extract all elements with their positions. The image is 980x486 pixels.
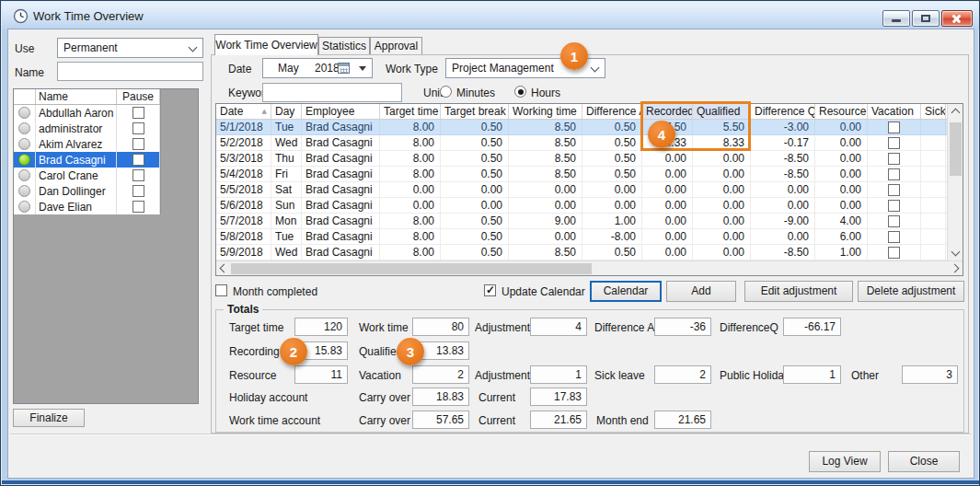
grid-cell: Sun xyxy=(271,198,302,213)
column-header-vacation[interactable]: Vacation xyxy=(868,104,921,119)
employee-row[interactable]: Brad Casagni xyxy=(14,152,160,168)
tab-statistics[interactable]: Statistics xyxy=(318,37,370,55)
pause-checkbox[interactable] xyxy=(133,169,144,181)
pause-checkbox[interactable] xyxy=(133,107,144,119)
employee-name: Carol Crane xyxy=(36,168,117,183)
grid-horizontal-scrollbar[interactable] xyxy=(216,260,963,275)
column-header-difference-a[interactable]: Difference A xyxy=(582,104,642,119)
resource-label: Resource xyxy=(229,369,276,382)
employee-row[interactable]: administrator xyxy=(14,121,160,136)
scroll-right-icon[interactable] xyxy=(951,264,960,273)
employee-row[interactable]: Akim Alvarez xyxy=(14,136,160,152)
vacation-checkbox[interactable] xyxy=(888,122,900,133)
pause-checkbox[interactable] xyxy=(133,154,144,166)
employee-status-cell xyxy=(14,152,36,168)
grid-cell: 0.00 xyxy=(642,229,693,244)
maximize-button[interactable] xyxy=(912,10,940,27)
keyword-input[interactable] xyxy=(262,83,402,102)
wta-current-field: 21.65 xyxy=(530,411,587,429)
table-row[interactable]: 5/5/2018SatBrad Casagni0.000.000.000.000… xyxy=(216,182,947,198)
column-header-resource[interactable]: Resource xyxy=(815,104,868,119)
vacation-cell xyxy=(868,151,921,166)
pause-checkbox[interactable] xyxy=(133,138,144,150)
table-row[interactable]: 5/8/2018TueBrad Casagni8.000.500.00-8.00… xyxy=(216,229,947,245)
employee-row[interactable]: Dan Dollinger xyxy=(14,183,160,199)
scroll-up-icon[interactable] xyxy=(951,109,961,118)
tab-approval[interactable]: Approval xyxy=(370,37,422,55)
employee-name: administrator xyxy=(36,121,117,136)
vacation-checkbox[interactable] xyxy=(888,231,900,243)
column-header-employee[interactable]: Employee xyxy=(302,104,380,119)
column-header-target-break[interactable]: Target break xyxy=(441,104,509,119)
column-header-label: Vacation xyxy=(871,105,914,118)
grid-cell: 0.50 xyxy=(441,245,509,260)
log-view-button[interactable]: Log View xyxy=(809,451,881,472)
vacation-checkbox[interactable] xyxy=(888,200,900,212)
grid-cell: 0.50 xyxy=(441,167,509,181)
grid-main: Date▲DayEmployeeTarget timeTarget breakW… xyxy=(216,104,947,260)
pause-cell xyxy=(117,136,160,152)
employee-row[interactable]: Dave Elian xyxy=(14,199,160,214)
add-button[interactable]: Add xyxy=(666,281,736,302)
table-row[interactable]: 5/1/2018TueBrad Casagni8.000.508.500.507… xyxy=(216,120,947,135)
column-header-day[interactable]: Day xyxy=(271,104,302,119)
use-combobox[interactable]: Permanent xyxy=(57,38,203,58)
name-input[interactable] xyxy=(57,62,203,81)
unit-hours-label: Hours xyxy=(531,87,560,99)
close-window-button[interactable] xyxy=(941,10,973,27)
finalize-button[interactable]: Finalize xyxy=(13,409,85,427)
column-header-target-time[interactable]: Target time xyxy=(380,104,441,119)
vacation-checkbox[interactable] xyxy=(888,168,900,180)
name-column-header[interactable]: Name xyxy=(36,89,117,104)
grid-cell: 0.00 xyxy=(380,198,441,213)
close-button[interactable]: Close xyxy=(888,451,960,472)
column-header-difference-q[interactable]: Difference Q xyxy=(751,104,815,119)
pause-checkbox[interactable] xyxy=(133,185,144,197)
column-header-sick[interactable]: Sick xyxy=(921,104,946,119)
table-row[interactable]: 5/7/2018MonBrad Casagni8.000.509.001.000… xyxy=(216,214,947,229)
table-row[interactable]: 5/4/2018FriBrad Casagni8.000.508.500.500… xyxy=(216,167,947,182)
vacation-checkbox[interactable] xyxy=(888,137,900,149)
grid-cell: 0.50 xyxy=(582,245,642,260)
scroll-left-icon[interactable] xyxy=(220,264,229,273)
unit-hours-radio[interactable] xyxy=(514,86,526,98)
pause-cell xyxy=(117,168,160,183)
update-calendar-checkbox[interactable] xyxy=(484,284,496,296)
vacation-checkbox[interactable] xyxy=(888,153,900,165)
vacation-checkbox[interactable] xyxy=(888,247,900,259)
dropdown-arrow-icon xyxy=(359,66,366,71)
grid-cell: 5/7/2018 xyxy=(216,214,271,228)
pause-column-header[interactable]: Pause xyxy=(117,89,160,104)
column-header-date[interactable]: Date▲ xyxy=(216,104,271,119)
table-row[interactable]: 5/2/2018WedBrad Casagni8.000.508.500.508… xyxy=(216,135,947,151)
date-picker[interactable]: May 2018 xyxy=(262,58,373,78)
delete-adjustment-button[interactable]: Delete adjustment xyxy=(858,281,964,302)
grid-cell: 0.00 xyxy=(642,214,693,228)
grid-cell: Tue xyxy=(271,229,302,244)
table-row[interactable]: 5/6/2018SunBrad Casagni0.000.000.000.000… xyxy=(216,198,947,214)
column-header-working-time[interactable]: Working time xyxy=(509,104,582,119)
unit-minutes-radio[interactable] xyxy=(440,86,452,98)
scroll-down-icon[interactable] xyxy=(951,248,961,257)
minimize-button[interactable] xyxy=(882,10,910,27)
table-row[interactable]: 5/9/2018WedBrad Casagni8.000.508.500.500… xyxy=(216,245,947,260)
employee-row[interactable]: Abdullah Aaron xyxy=(14,105,160,121)
date-month: May xyxy=(278,62,299,75)
sick-cell xyxy=(921,151,946,166)
pause-checkbox[interactable] xyxy=(133,201,144,213)
table-row[interactable]: 5/3/2018ThuBrad Casagni8.000.508.500.500… xyxy=(216,151,947,167)
grid-cell: 0.00 xyxy=(815,151,868,166)
vacation-checkbox[interactable] xyxy=(888,215,900,227)
status-column-header[interactable] xyxy=(14,89,36,104)
tab-work-time-overview[interactable]: Work Time Overview xyxy=(214,34,318,55)
horizontal-scroll-thumb[interactable] xyxy=(231,263,592,274)
calendar-button[interactable]: Calendar xyxy=(590,281,662,302)
employee-row[interactable]: Carol Crane xyxy=(14,168,160,183)
pause-checkbox[interactable] xyxy=(133,122,144,134)
vacation-checkbox[interactable] xyxy=(888,184,900,196)
vertical-scroll-thumb[interactable] xyxy=(950,122,962,176)
vacation-cell xyxy=(868,120,921,134)
month-completed-checkbox[interactable] xyxy=(215,284,227,296)
edit-adjustment-button[interactable]: Edit adjustment xyxy=(744,281,853,302)
grid-vertical-scrollbar[interactable] xyxy=(947,104,963,260)
